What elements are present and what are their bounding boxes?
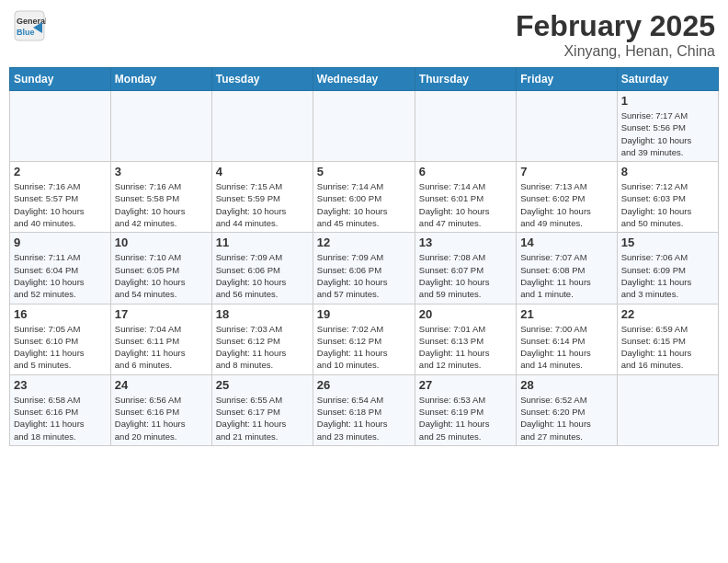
day-info: Sunrise: 7:09 AM Sunset: 6:06 PM Dayligh…	[216, 251, 309, 300]
day-number: 18	[216, 307, 309, 321]
day-number: 25	[216, 378, 309, 392]
day-info: Sunrise: 6:58 AM Sunset: 6:16 PM Dayligh…	[14, 394, 107, 442]
title-block: February 2025 Xinyang, Henan, China	[516, 9, 715, 60]
calendar-cell: 24Sunrise: 6:56 AM Sunset: 6:16 PM Dayli…	[110, 374, 211, 445]
calendar-cell: 21Sunrise: 7:00 AM Sunset: 6:14 PM Dayli…	[517, 304, 617, 374]
day-info: Sunrise: 6:59 AM Sunset: 6:15 PM Dayligh…	[621, 323, 714, 372]
day-info: Sunrise: 7:06 AM Sunset: 6:09 PM Dayligh…	[621, 251, 714, 300]
calendar-cell: 17Sunrise: 7:04 AM Sunset: 6:11 PM Dayli…	[110, 304, 211, 374]
calendar-week-row: 9Sunrise: 7:11 AM Sunset: 6:04 PM Daylig…	[10, 233, 719, 304]
calendar-week-row: 16Sunrise: 7:05 AM Sunset: 6:10 PM Dayli…	[10, 304, 719, 374]
calendar-cell	[617, 374, 718, 445]
day-info: Sunrise: 7:08 AM Sunset: 6:07 PM Dayligh…	[419, 251, 512, 300]
calendar-week-row: 23Sunrise: 6:58 AM Sunset: 6:16 PM Dayli…	[10, 374, 719, 445]
calendar-cell: 28Sunrise: 6:52 AM Sunset: 6:20 PM Dayli…	[517, 374, 617, 445]
day-info: Sunrise: 7:07 AM Sunset: 6:08 PM Dayligh…	[520, 251, 612, 300]
calendar-cell	[10, 91, 111, 162]
calendar-cell: 26Sunrise: 6:54 AM Sunset: 6:18 PM Dayli…	[313, 374, 415, 445]
calendar-cell: 13Sunrise: 7:08 AM Sunset: 6:07 PM Dayli…	[415, 233, 516, 304]
weekday-header-thursday: Thursday	[415, 68, 516, 91]
day-number: 1	[621, 94, 714, 108]
day-info: Sunrise: 7:15 AM Sunset: 5:59 PM Dayligh…	[216, 180, 309, 229]
svg-text:Blue: Blue	[17, 28, 35, 37]
calendar-cell	[313, 91, 415, 162]
calendar-week-row: 1Sunrise: 7:17 AM Sunset: 5:56 PM Daylig…	[10, 91, 719, 162]
calendar-cell: 3Sunrise: 7:16 AM Sunset: 5:58 PM Daylig…	[110, 162, 211, 233]
calendar-cell: 23Sunrise: 6:58 AM Sunset: 6:16 PM Dayli…	[10, 374, 111, 445]
day-info: Sunrise: 7:14 AM Sunset: 6:01 PM Dayligh…	[419, 180, 512, 229]
calendar-cell	[110, 91, 211, 162]
calendar-cell: 22Sunrise: 6:59 AM Sunset: 6:15 PM Dayli…	[617, 304, 718, 374]
day-number: 11	[216, 236, 309, 249]
day-number: 22	[621, 307, 714, 321]
calendar-cell: 5Sunrise: 7:14 AM Sunset: 6:00 PM Daylig…	[313, 162, 415, 233]
weekday-header-row: SundayMondayTuesdayWednesdayThursdayFrid…	[10, 68, 719, 91]
day-number: 12	[317, 236, 411, 249]
day-info: Sunrise: 6:53 AM Sunset: 6:19 PM Dayligh…	[419, 394, 512, 442]
logo-icon: General Blue	[13, 9, 46, 46]
location: Xinyang, Henan, China	[516, 43, 715, 60]
calendar-cell: 9Sunrise: 7:11 AM Sunset: 6:04 PM Daylig…	[10, 233, 111, 304]
day-number: 10	[115, 236, 208, 249]
calendar-cell: 1Sunrise: 7:17 AM Sunset: 5:56 PM Daylig…	[617, 91, 718, 162]
day-number: 17	[115, 307, 208, 321]
day-info: Sunrise: 7:11 AM Sunset: 6:04 PM Dayligh…	[14, 251, 107, 300]
weekday-header-tuesday: Tuesday	[211, 68, 313, 91]
calendar-cell	[415, 91, 516, 162]
calendar-cell: 25Sunrise: 6:55 AM Sunset: 6:17 PM Dayli…	[211, 374, 313, 445]
calendar-cell: 20Sunrise: 7:01 AM Sunset: 6:13 PM Dayli…	[415, 304, 516, 374]
day-info: Sunrise: 7:01 AM Sunset: 6:13 PM Dayligh…	[419, 323, 512, 372]
calendar-cell: 12Sunrise: 7:09 AM Sunset: 6:06 PM Dayli…	[313, 233, 415, 304]
day-number: 16	[14, 307, 107, 321]
calendar-cell: 6Sunrise: 7:14 AM Sunset: 6:01 PM Daylig…	[415, 162, 516, 233]
day-number: 5	[317, 165, 411, 178]
calendar-cell: 8Sunrise: 7:12 AM Sunset: 6:03 PM Daylig…	[617, 162, 718, 233]
page-header: General Blue February 2025 Xinyang, Hena…	[9, 9, 719, 60]
day-number: 8	[621, 165, 714, 178]
day-info: Sunrise: 7:16 AM Sunset: 5:58 PM Dayligh…	[115, 180, 208, 229]
day-info: Sunrise: 7:00 AM Sunset: 6:14 PM Dayligh…	[520, 323, 612, 372]
day-info: Sunrise: 7:10 AM Sunset: 6:05 PM Dayligh…	[115, 251, 208, 300]
day-number: 15	[621, 236, 714, 249]
day-info: Sunrise: 7:03 AM Sunset: 6:12 PM Dayligh…	[216, 323, 309, 372]
calendar-table: SundayMondayTuesdayWednesdayThursdayFrid…	[9, 67, 719, 446]
weekday-header-monday: Monday	[110, 68, 211, 91]
calendar-cell	[517, 91, 617, 162]
day-info: Sunrise: 7:17 AM Sunset: 5:56 PM Dayligh…	[621, 109, 714, 158]
weekday-header-friday: Friday	[517, 68, 617, 91]
calendar-cell: 15Sunrise: 7:06 AM Sunset: 6:09 PM Dayli…	[617, 233, 718, 304]
day-number: 24	[115, 378, 208, 392]
day-info: Sunrise: 6:54 AM Sunset: 6:18 PM Dayligh…	[317, 394, 411, 442]
day-number: 19	[317, 307, 411, 321]
day-number: 13	[419, 236, 512, 249]
calendar-cell: 7Sunrise: 7:13 AM Sunset: 6:02 PM Daylig…	[517, 162, 617, 233]
calendar-cell: 16Sunrise: 7:05 AM Sunset: 6:10 PM Dayli…	[10, 304, 111, 374]
day-number: 3	[115, 165, 208, 178]
calendar-cell: 14Sunrise: 7:07 AM Sunset: 6:08 PM Dayli…	[517, 233, 617, 304]
day-info: Sunrise: 7:05 AM Sunset: 6:10 PM Dayligh…	[14, 323, 107, 372]
day-info: Sunrise: 6:56 AM Sunset: 6:16 PM Dayligh…	[115, 394, 208, 442]
day-number: 20	[419, 307, 512, 321]
day-info: Sunrise: 7:14 AM Sunset: 6:00 PM Dayligh…	[317, 180, 411, 229]
weekday-header-sunday: Sunday	[10, 68, 111, 91]
day-number: 9	[14, 236, 107, 249]
day-number: 23	[14, 378, 107, 392]
day-info: Sunrise: 7:16 AM Sunset: 5:57 PM Dayligh…	[14, 180, 107, 229]
calendar-cell: 27Sunrise: 6:53 AM Sunset: 6:19 PM Dayli…	[415, 374, 516, 445]
day-number: 4	[216, 165, 309, 178]
day-number: 27	[419, 378, 512, 392]
day-number: 21	[520, 307, 612, 321]
calendar-week-row: 2Sunrise: 7:16 AM Sunset: 5:57 PM Daylig…	[10, 162, 719, 233]
day-info: Sunrise: 6:55 AM Sunset: 6:17 PM Dayligh…	[216, 394, 309, 442]
calendar-cell: 18Sunrise: 7:03 AM Sunset: 6:12 PM Dayli…	[211, 304, 313, 374]
logo: General Blue	[13, 9, 46, 46]
calendar-cell: 10Sunrise: 7:10 AM Sunset: 6:05 PM Dayli…	[110, 233, 211, 304]
weekday-header-saturday: Saturday	[617, 68, 718, 91]
calendar-cell: 4Sunrise: 7:15 AM Sunset: 5:59 PM Daylig…	[211, 162, 313, 233]
day-number: 14	[520, 236, 612, 249]
day-info: Sunrise: 7:13 AM Sunset: 6:02 PM Dayligh…	[520, 180, 612, 229]
day-info: Sunrise: 7:09 AM Sunset: 6:06 PM Dayligh…	[317, 251, 411, 300]
month-title: February 2025	[516, 9, 715, 43]
day-number: 7	[520, 165, 612, 178]
calendar-cell: 11Sunrise: 7:09 AM Sunset: 6:06 PM Dayli…	[211, 233, 313, 304]
